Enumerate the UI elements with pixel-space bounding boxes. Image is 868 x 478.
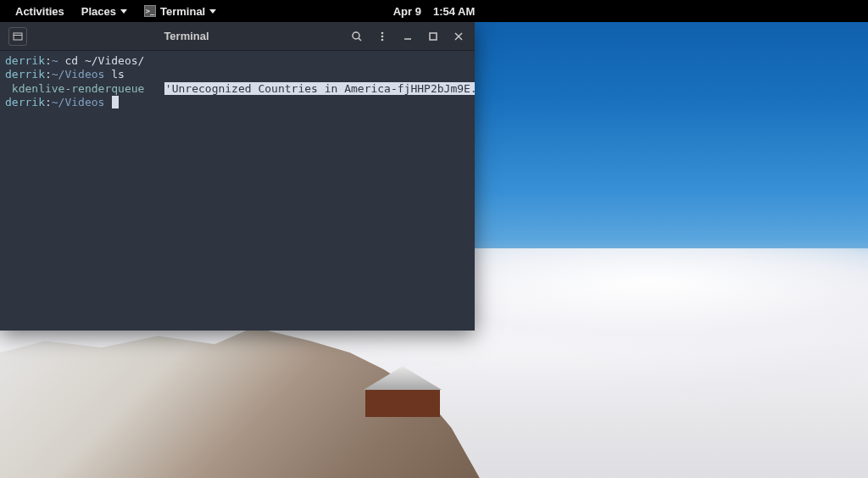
active-app-label: Terminal [160,5,205,18]
wallpaper-chalet [356,366,449,417]
clock-date: Apr 9 [390,5,425,18]
activities-label: Activities [15,5,64,18]
svg-line-3 [359,38,361,41]
prompt-path: ~/Videos [52,96,105,108]
svg-point-4 [381,31,384,34]
maximize-button[interactable] [422,25,444,47]
close-icon [453,31,465,42]
minimize-icon [402,31,414,42]
terminal-body[interactable]: derrik:~ cd ~/Videos/ derrik:~/Videos ls… [0,51,475,331]
search-icon [351,31,363,42]
prompt-user: derrik [5,68,45,81]
maximize-icon [427,31,439,42]
new-tab-button[interactable] [8,27,27,46]
places-menu[interactable]: Places [73,0,136,22]
terminal-window: Terminal derrik:~ cd ~/Videos/ derrik:~/… [0,22,475,331]
prompt-path: ~ [52,54,58,67]
ls-file-entry: 'Unrecognized Countries in America-fjHHP… [164,82,475,95]
prompt-sep: : [45,68,52,81]
prompt-path: ~/Videos [52,68,105,81]
clock-time: 1:54 AM [430,5,478,18]
svg-rect-0 [14,33,22,40]
activities-button[interactable]: Activities [7,0,73,22]
prompt-user: derrik [5,54,45,67]
window-title: Terminal [27,30,346,42]
close-button[interactable] [448,25,470,47]
terminal-app-icon: >_ [144,5,156,17]
svg-point-2 [353,32,359,39]
ls-directory-entry: kdenlive-renderqueue [5,82,151,95]
places-label: Places [81,5,116,18]
prompt-sep: : [45,54,52,67]
terminal-cursor [112,96,119,108]
prompt-user: derrik [5,96,45,108]
minimize-button[interactable] [397,25,419,47]
svg-point-6 [381,38,384,41]
menu-icon [376,31,388,42]
window-titlebar[interactable]: Terminal [0,22,475,51]
new-tab-icon [13,31,23,42]
hamburger-menu-button[interactable] [371,25,393,47]
command-text: ls [104,68,124,81]
svg-point-5 [381,35,384,37]
chevron-down-icon [120,9,127,14]
chevron-down-icon [209,9,216,14]
prompt-trail [104,96,111,108]
active-app-menu[interactable]: >_ Terminal [136,0,225,22]
search-button[interactable] [346,25,368,47]
prompt-sep: : [45,96,52,108]
svg-rect-8 [430,33,437,40]
command-text: cd ~/Videos/ [58,54,145,67]
